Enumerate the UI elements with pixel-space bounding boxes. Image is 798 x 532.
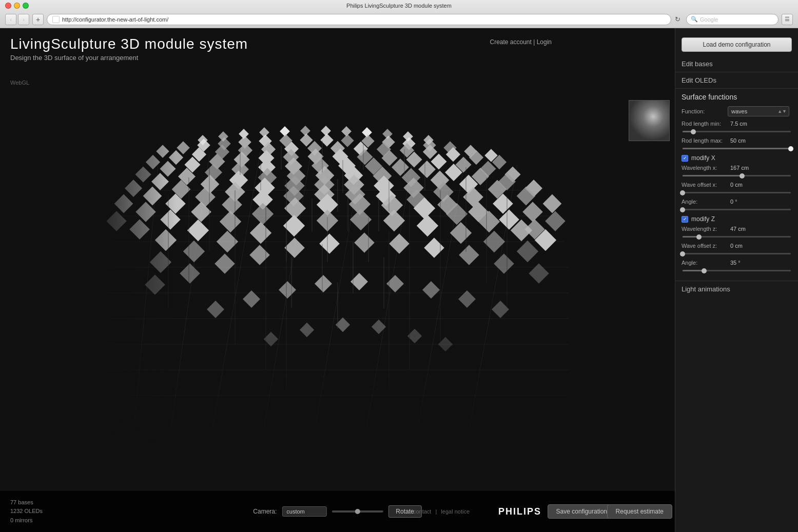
camera-slider[interactable] xyxy=(332,510,383,513)
camera-select-wrapper: custom top front perspective xyxy=(282,506,326,517)
wave-offset-z-slider[interactable] xyxy=(683,253,791,254)
wavelength-x-value: 167 cm xyxy=(730,165,749,171)
app-title: LivingSculpture 3D module system xyxy=(10,36,248,52)
maximize-window-btn[interactable] xyxy=(23,3,29,9)
save-configuration-button[interactable]: Save configuration xyxy=(548,504,616,519)
app-title-regular: LivingSculpture xyxy=(10,36,116,52)
wave-offset-x-value: 0 cm xyxy=(730,182,743,188)
rod-length-min-slider[interactable] xyxy=(683,131,791,132)
rod-length-max-value: 50 cm xyxy=(730,137,746,144)
url-icon xyxy=(52,16,60,23)
wave-offset-x-slider[interactable] xyxy=(683,192,791,193)
close-window-btn[interactable] xyxy=(5,3,11,9)
url-bar[interactable]: http://configurator.the-new-art-of-light… xyxy=(47,14,671,25)
wavelength-x-fill xyxy=(683,175,742,176)
wave-offset-z-row: Wave offset z: 0 cm xyxy=(682,243,792,249)
wavelength-z-thumb[interactable] xyxy=(696,234,702,240)
rod-length-max-slider-container xyxy=(682,148,792,149)
minimize-window-btn[interactable] xyxy=(14,3,20,9)
wave-offset-x-thumb[interactable] xyxy=(680,190,685,195)
rod-length-max-fill xyxy=(683,148,791,149)
refresh-button[interactable]: ↻ xyxy=(672,14,683,25)
function-row: Function: waves ripple plane random sine… xyxy=(682,106,792,116)
modify-x-label: modify X xyxy=(691,154,715,162)
nav-buttons: ‹ › xyxy=(5,14,29,25)
modify-x-checkbox[interactable]: ✓ xyxy=(682,155,688,162)
viewport[interactable]: LivingSculpture 3D module system Design … xyxy=(0,28,675,532)
wave-offset-z-thumb[interactable] xyxy=(680,251,685,257)
browser-titlebar: Philips LivingSculpture 3D module system xyxy=(0,0,798,11)
function-select-wrapper: waves ripple plane random sine ▲▼ xyxy=(728,106,789,116)
wavelength-x-slider-container xyxy=(682,175,792,176)
wavelength-z-row: Wavelength z: 47 cm xyxy=(682,226,792,232)
browser-action-button[interactable]: ☰ xyxy=(782,14,793,25)
rod-length-max-slider[interactable] xyxy=(683,148,791,149)
search-bar[interactable]: 🔍 Google xyxy=(686,14,778,25)
wavelength-z-slider-container xyxy=(682,236,792,238)
wavelength-x-thumb[interactable] xyxy=(739,173,745,179)
back-button[interactable]: ‹ xyxy=(5,14,16,25)
wavelength-x-slider[interactable] xyxy=(683,175,791,176)
right-panel: Load demo configuration Edit bases Edit … xyxy=(675,28,798,532)
url-text: http://configurator.the-new-art-of-light… xyxy=(62,16,168,23)
rod-length-min-value: 7.5 cm xyxy=(730,121,747,127)
modify-z-checkbox[interactable]: ✓ xyxy=(682,216,688,223)
surface-functions-section: Surface functions Function: waves ripple… xyxy=(675,89,798,281)
angle-z-fill xyxy=(683,270,704,271)
search-icon: 🔍 xyxy=(691,16,698,23)
rod-length-max-label: Rod length max: xyxy=(682,137,728,144)
footer-links: contact | legal notice xyxy=(413,508,470,515)
browser-title: Philips LivingSculpture 3D module system xyxy=(346,3,452,9)
rod-length-min-label: Rod length min: xyxy=(682,121,728,127)
angle-x-slider-container xyxy=(682,209,792,210)
wave-offset-z-slider-container xyxy=(682,253,792,254)
function-select[interactable]: waves ripple plane random sine xyxy=(728,106,789,116)
oleds-count: 1232 OLEDs xyxy=(10,507,43,516)
load-demo-button[interactable]: Load demo configuration xyxy=(682,37,792,52)
contact-link[interactable]: contact xyxy=(413,508,431,515)
angle-x-thumb[interactable] xyxy=(680,207,685,212)
3d-visualization xyxy=(107,88,569,447)
camera-slider-thumb xyxy=(355,509,360,514)
browser-chrome: Philips LivingSculpture 3D module system… xyxy=(0,0,798,28)
forward-button[interactable]: › xyxy=(18,14,29,25)
light-animations-title: Light animations xyxy=(682,285,792,293)
modify-z-check-icon: ✓ xyxy=(683,216,687,222)
angle-x-row: Angle: 0 ° xyxy=(682,199,792,205)
rod-length-max-thumb[interactable] xyxy=(788,146,793,151)
browser-window-controls xyxy=(5,3,29,9)
rod-length-min-thumb[interactable] xyxy=(691,129,696,134)
camera-label: Camera: xyxy=(253,508,277,515)
modify-z-row: ✓ modify Z xyxy=(682,215,792,223)
canvas-area[interactable] xyxy=(0,28,675,491)
separator: | xyxy=(435,508,437,515)
request-estimate-button[interactable]: Request estimate xyxy=(607,504,672,519)
edit-oleds-label: Edit OLEDs xyxy=(682,76,716,84)
account-links[interactable]: Create account | Login xyxy=(490,38,552,46)
light-animations-section: Light animations xyxy=(675,281,798,297)
edit-bases-label: Edit bases xyxy=(682,60,713,68)
status-bar: 77 bases 1232 OLEDs 0 mirrors Camera: cu… xyxy=(0,491,675,532)
angle-z-thumb[interactable] xyxy=(702,268,707,273)
modify-z-label: modify Z xyxy=(691,215,715,223)
philips-logo: PHILIPS xyxy=(498,506,541,517)
browser-toolbar: ‹ › + http://configurator.the-new-art-of… xyxy=(0,11,798,28)
account-login-text[interactable]: Create account | Login xyxy=(490,38,552,46)
wave-offset-x-row: Wave offset x: 0 cm xyxy=(682,182,792,188)
edit-oleds-section[interactable]: Edit OLEDs xyxy=(675,72,798,89)
wavelength-z-label: Wavelength z: xyxy=(682,226,728,232)
camera-control: Camera: custom top front perspective Rot… xyxy=(253,505,421,518)
surface-functions-title: Surface functions xyxy=(682,93,792,101)
camera-select[interactable]: custom top front perspective xyxy=(282,506,326,517)
edit-bases-section[interactable]: Edit bases xyxy=(675,56,798,72)
search-placeholder: Google xyxy=(700,16,718,23)
wave-offset-z-value: 0 cm xyxy=(730,243,743,249)
angle-z-row: Angle: 35 ° xyxy=(682,260,792,266)
angle-z-slider[interactable] xyxy=(683,270,791,271)
angle-z-slider-container xyxy=(682,270,792,271)
add-tab-button[interactable]: + xyxy=(32,14,44,25)
modify-x-row: ✓ modify X xyxy=(682,154,792,162)
legal-link[interactable]: legal notice xyxy=(441,508,470,515)
angle-x-slider[interactable] xyxy=(683,209,791,210)
wavelength-z-slider[interactable] xyxy=(683,236,791,238)
